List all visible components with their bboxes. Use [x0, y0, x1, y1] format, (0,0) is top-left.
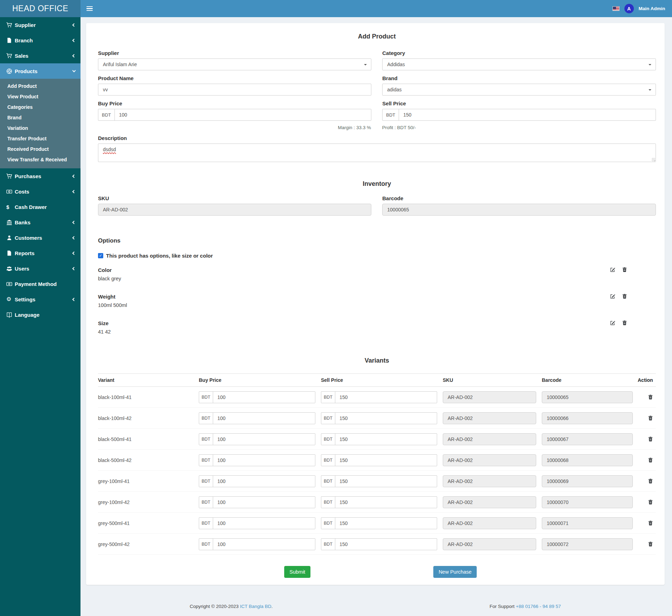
currency-prefix: BDT [199, 434, 213, 445]
submenu-item-categories[interactable]: Categories [0, 102, 80, 112]
category-select[interactable]: Addidas [382, 58, 656, 70]
variant-sku-field: AR-AD-002 [443, 496, 536, 508]
support-phone-link[interactable]: +88 01766 - 94 89 57 [516, 604, 561, 609]
submit-button[interactable]: Submit [284, 566, 310, 578]
variant-buy-price-input[interactable] [213, 539, 315, 550]
submenu-item-variation[interactable]: Variation [0, 123, 80, 133]
variant-buy-price-input[interactable] [213, 497, 315, 508]
variant-sell-price-input[interactable] [335, 434, 437, 445]
edit-icon[interactable] [610, 294, 615, 299]
submenu-item-transfer-product[interactable]: Transfer Product [0, 133, 80, 144]
buy-price-field-group: Buy Price BDT [98, 100, 371, 121]
variant-sell-price-input[interactable] [335, 413, 437, 424]
supplier-field-group: Supplier Ariful Islam Arie [98, 50, 371, 70]
variant-sell-price-input[interactable] [335, 455, 437, 466]
product-name-label: Product Name [98, 75, 371, 81]
cart-icon [6, 173, 12, 179]
sidebar-item-payment-method[interactable]: Payment Method [0, 276, 80, 292]
option-size-block: Size 41 42 [98, 320, 656, 335]
sidebar-item-customers[interactable]: Customers [0, 230, 80, 245]
trash-icon[interactable] [622, 267, 627, 272]
submenu-item-view-transfer-received[interactable]: View Transfer & Received [0, 154, 80, 165]
trash-icon[interactable] [648, 478, 653, 484]
trash-icon[interactable] [648, 415, 653, 421]
buy-price-label: Buy Price [98, 100, 371, 106]
description-field-group: Description dsdsd [98, 135, 656, 162]
trash-icon[interactable] [648, 541, 653, 547]
trash-icon[interactable] [648, 394, 653, 400]
currency-prefix: BDT [321, 539, 335, 550]
variant-barcode-field: 10000068 [542, 454, 633, 466]
variant-buy-price-input[interactable] [213, 518, 315, 529]
submenu-item-add-product[interactable]: Add Product [0, 81, 80, 91]
sku-label: SKU [98, 195, 371, 201]
submenu-item-brand[interactable]: Brand [0, 112, 80, 123]
variant-buy-price-input[interactable] [213, 455, 315, 466]
option-value: 41 42 [98, 329, 656, 335]
sidebar-item-banks[interactable]: Banks [0, 215, 80, 230]
variant-sell-price-input[interactable] [335, 476, 437, 487]
variant-buy-price-input[interactable] [213, 413, 315, 424]
trash-icon[interactable] [648, 499, 653, 505]
variant-buy-price-input[interactable] [213, 434, 315, 445]
description-textarea[interactable]: dsdsd [98, 144, 656, 162]
copyright-suffix: . [271, 604, 273, 609]
sidebar-item-costs[interactable]: Costs [0, 184, 80, 199]
sidebar-item-branch[interactable]: Branch [0, 33, 80, 48]
products-submenu: Add Product View Product Categories Bran… [0, 79, 80, 168]
variant-sell-price-input[interactable] [335, 497, 437, 508]
variant-name: grey-100ml-42 [98, 499, 199, 505]
user-name[interactable]: Main Admin [639, 6, 665, 11]
sidebar-item-cash-drawer[interactable]: $ Cash Drawer [0, 199, 80, 215]
trash-icon[interactable] [648, 436, 653, 442]
brand-select[interactable]: adidas [382, 84, 656, 96]
us-flag-icon[interactable] [612, 6, 620, 11]
sidebar-item-products[interactable]: Products [0, 63, 80, 79]
variant-buy-price-input[interactable] [213, 392, 315, 403]
supplier-select[interactable]: Ariful Islam Arie [98, 58, 371, 70]
sell-price-input[interactable] [399, 109, 655, 120]
edit-icon[interactable] [610, 267, 615, 272]
hamburger-menu-icon[interactable] [86, 5, 93, 12]
variant-buy-price-input[interactable] [213, 476, 315, 487]
variant-sku-field: AR-AD-002 [443, 433, 536, 445]
sidebar-item-reports[interactable]: Reports [0, 245, 80, 261]
variant-sell-price-input[interactable] [335, 539, 437, 550]
avatar[interactable]: A [624, 4, 634, 13]
edit-icon[interactable] [610, 320, 615, 326]
currency-prefix: BDT [98, 109, 115, 120]
trash-icon[interactable] [648, 457, 653, 463]
new-purchase-button[interactable]: New Purchase [433, 566, 477, 578]
sidebar-item-supplier[interactable]: Supplier [0, 17, 80, 33]
main-area: Add Product Supplier Ariful Islam Arie C… [80, 17, 672, 596]
sidebar-item-language[interactable]: Language [0, 307, 80, 322]
variant-barcode-field: 10000065 [542, 391, 633, 403]
variant-sell-price-input[interactable] [335, 518, 437, 529]
product-name-input[interactable] [98, 84, 371, 96]
currency-prefix: BDT [199, 392, 213, 403]
trash-icon[interactable] [622, 294, 627, 299]
copyright-link[interactable]: ICT Bangla BD [240, 604, 272, 609]
sidebar: HEAD OFFICE Supplier Branch Sales Produc… [0, 0, 80, 616]
options-checkbox-row[interactable]: ✓ This product has options, like size or… [98, 253, 656, 259]
sidebar-item-sales[interactable]: Sales [0, 48, 80, 63]
submenu-item-view-product[interactable]: View Product [0, 91, 80, 102]
life-ring-icon [6, 68, 12, 74]
trash-icon[interactable] [622, 320, 627, 326]
variant-barcode-field: 10000067 [542, 433, 633, 445]
variant-sell-price-input[interactable] [335, 392, 437, 403]
brand-field-group: Brand adidas [382, 75, 656, 96]
buy-price-input[interactable] [115, 109, 371, 120]
sidebar-item-purchases[interactable]: Purchases [0, 168, 80, 184]
variant-row: grey-500ml-41 BDT BDT AR-AD-002 10000071 [98, 513, 656, 534]
variant-row: black-500ml-41 BDT BDT AR-AD-002 1000006… [98, 429, 656, 450]
page-title: Add Product [98, 33, 656, 40]
sidebar-item-settings[interactable]: ⚙ Settings [0, 292, 80, 307]
checkbox-checked-icon[interactable]: ✓ [98, 253, 103, 258]
trash-icon[interactable] [648, 520, 653, 526]
sidebar-item-label: Settings [15, 296, 35, 302]
sidebar-item-users[interactable]: Users [0, 261, 80, 276]
footer: Copyright © 2020-2023 ICT Bangla BD. For… [80, 596, 672, 616]
submenu-item-received-product[interactable]: Received Product [0, 144, 80, 154]
chevron-left-icon [72, 298, 76, 301]
